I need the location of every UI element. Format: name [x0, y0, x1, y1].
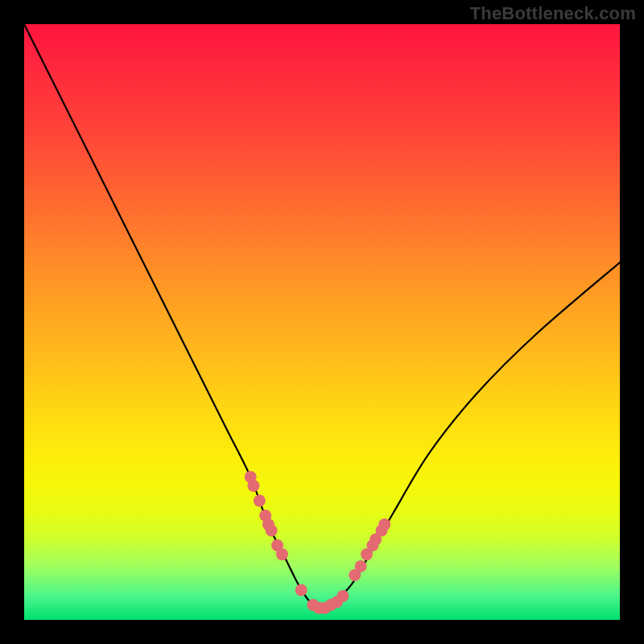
- chart-frame: TheBottleneck.com: [0, 0, 644, 644]
- watermark-text: TheBottleneck.com: [470, 3, 636, 24]
- scatter-point: [336, 590, 349, 602]
- scatter-point: [355, 560, 367, 572]
- scatter-point: [254, 495, 266, 507]
- scatter-point: [378, 518, 390, 530]
- curve-svg: [24, 24, 620, 620]
- plot-area: [24, 24, 620, 620]
- scatter-point: [276, 548, 288, 560]
- scatter-point: [295, 584, 308, 597]
- curve-line: [24, 24, 620, 608]
- scatter-point: [266, 525, 278, 537]
- scatter-point: [247, 480, 259, 492]
- scatter-points: [245, 471, 391, 614]
